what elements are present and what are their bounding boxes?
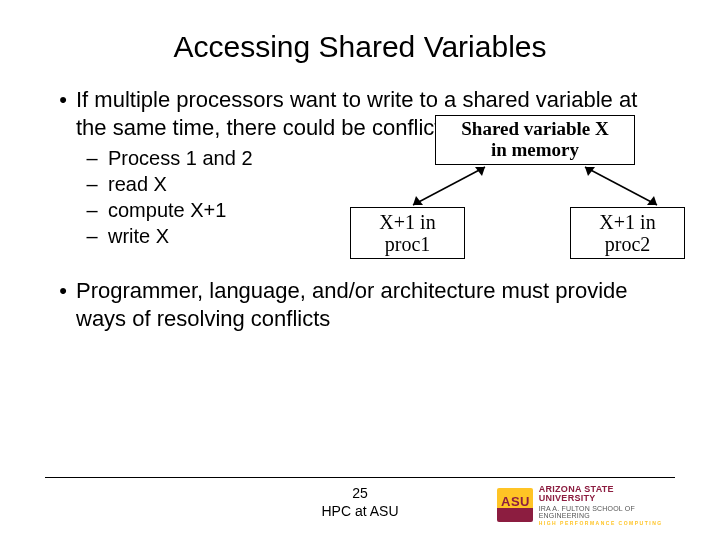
- asu-logo-text: ARIZONA STATE UNIVERSITY IRA A. FULTON S…: [539, 485, 672, 526]
- bullet-level2: – Process 1 and 2: [76, 145, 350, 171]
- box-shared-variable: Shared variable X in memory: [435, 115, 635, 165]
- box-bl-l1: X+1 in: [379, 211, 435, 233]
- box-br-l2: proc2: [605, 233, 651, 255]
- asu-logo-mark-icon: [497, 488, 533, 522]
- dash-icon: –: [76, 223, 108, 249]
- box-br-l1: X+1 in: [599, 211, 655, 233]
- svg-line-3: [585, 167, 657, 205]
- sub3-text: compute X+1: [108, 197, 226, 223]
- bullet-level2: – compute X+1: [76, 197, 350, 223]
- box-proc2: X+1 in proc2: [570, 207, 685, 259]
- box-bl-l2: proc1: [385, 233, 431, 255]
- sub1-text: Process 1 and 2: [108, 145, 253, 171]
- dash-icon: –: [76, 197, 108, 223]
- asu-l4: HIGH PERFORMANCE COMPUTING: [539, 521, 672, 526]
- box-proc1: X+1 in proc1: [350, 207, 465, 259]
- bullet2-text: Programmer, language, and/or architectur…: [76, 277, 670, 332]
- sub-bullet-column: – Process 1 and 2 – read X – compute X+1…: [50, 145, 350, 265]
- slide: Accessing Shared Variables • If multiple…: [0, 0, 720, 540]
- sub4-text: write X: [108, 223, 169, 249]
- asu-logo: ARIZONA STATE UNIVERSITY IRA A. FULTON S…: [497, 484, 672, 526]
- bullet-level2: – write X: [76, 223, 350, 249]
- bullet-level1: • Programmer, language, and/or architect…: [50, 277, 670, 332]
- arrow-right-icon: [575, 165, 665, 209]
- svg-line-0: [413, 167, 485, 205]
- dash-icon: –: [76, 171, 108, 197]
- divider: [45, 477, 675, 478]
- diagram: Shared variable X in memory X+1 in proc1…: [350, 115, 670, 265]
- bullet-level2: – read X: [76, 171, 350, 197]
- arrow-left-icon: [405, 165, 495, 209]
- bullet-dot-icon: •: [50, 277, 76, 332]
- box-top-l1: Shared variable X: [461, 119, 608, 140]
- dash-icon: –: [76, 145, 108, 171]
- asu-l3: IRA A. FULTON SCHOOL OF ENGINEERING: [539, 505, 672, 519]
- bullet-dot-icon: •: [50, 86, 76, 141]
- asu-l2: UNIVERSITY: [539, 494, 672, 503]
- box-top-l2: in memory: [491, 140, 579, 161]
- sub2-text: read X: [108, 171, 167, 197]
- slide-title: Accessing Shared Variables: [50, 30, 670, 64]
